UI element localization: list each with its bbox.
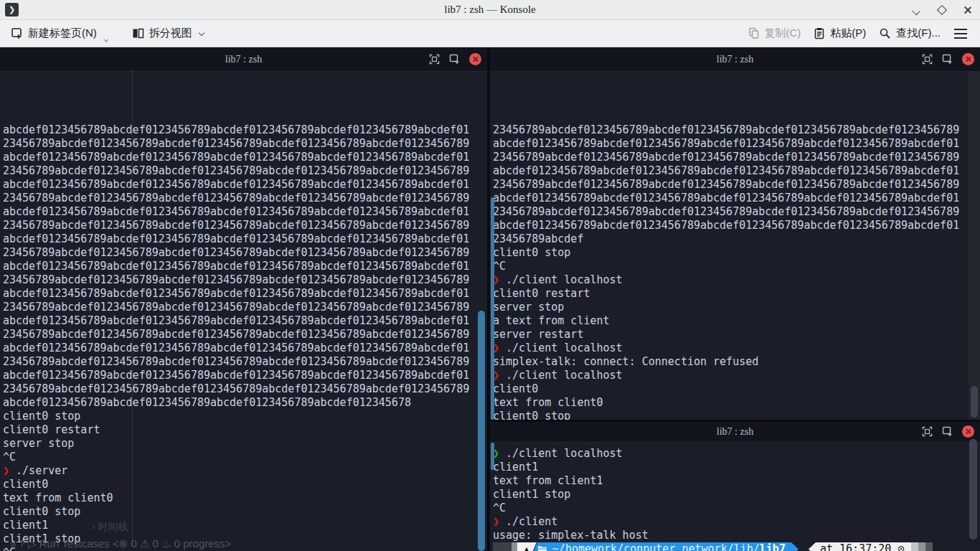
terminal-line: 23456789abcdef0123456789abcdef0123456789…: [493, 178, 980, 192]
terminal-line: 23456789abcdef0123456789abcdef0123456789…: [3, 246, 487, 260]
terminal-line: 23456789abcdef0123456789abcdef0123456789…: [493, 123, 980, 137]
prompt-arrow: ❯: [3, 464, 9, 478]
terminal-line: simplex-talk: connect: Connection refuse…: [493, 355, 980, 369]
terminal-line: client1: [3, 519, 487, 532]
terminal-line: client0 stop: [493, 246, 980, 260]
prompt-right-block: [911, 542, 918, 551]
close-pane-icon[interactable]: [962, 53, 974, 65]
close-icon[interactable]: [963, 5, 973, 15]
terminal-line: client0: [493, 382, 980, 396]
detach-tab-icon[interactable]: [449, 54, 460, 65]
terminal-line: usage: simplex-talk host: [493, 529, 980, 542]
terminal-line: abcdef0123456789abcdef0123456789abcdef01…: [3, 151, 487, 164]
new-tab-icon: [11, 27, 23, 39]
find-button[interactable]: 查找(F)...: [872, 22, 947, 44]
terminal-line: abcdef0123456789abcdef0123456789abcdef01…: [493, 164, 980, 178]
detach-tab-icon[interactable]: [942, 426, 953, 437]
terminal-line: client0 stop: [493, 410, 980, 420]
terminal-line: abcdef0123456789abcdef0123456789abcdef01…: [493, 192, 980, 205]
split-view-label: 拆分视图: [149, 27, 192, 40]
terminal-line: ❯ ./client localhost: [493, 369, 980, 382]
terminal-pane-left[interactable]: lib7 : zsh abcdef0123456789abcdef0123456…: [0, 47, 487, 551]
pane-title: lib7 : zsh: [490, 54, 980, 65]
focus-scrollbar-strip[interactable]: [491, 197, 494, 420]
expand-view-icon[interactable]: [429, 54, 440, 65]
new-tab-button[interactable]: 新建标签页(N): [4, 22, 116, 44]
prompt-time-segment: at 16:37:20 ⊙: [809, 542, 911, 551]
terminal-line: abcdef0123456789abcdef0123456789abcdef01…: [3, 314, 487, 328]
expand-view-icon[interactable]: [922, 54, 933, 65]
copy-icon: [748, 27, 760, 39]
terminal-line: client0 restart: [3, 423, 487, 437]
terminal-line: abcdef0123456789abcdef0123456789abcdef01…: [493, 219, 980, 232]
prompt-left-block: [493, 542, 512, 551]
window-titlebar[interactable]: ❯ lib7 : zsh — Konsole: [0, 0, 980, 20]
terminal-line: ❯ ./client localhost: [493, 447, 980, 461]
scrollbar-thumb[interactable]: [478, 311, 485, 551]
scrollbar-track[interactable]: [969, 72, 980, 420]
detach-tab-icon[interactable]: [942, 54, 953, 65]
terminal-line: client1: [493, 461, 980, 474]
terminal-line: ❯ ./client: [493, 515, 980, 529]
maximize-icon[interactable]: [937, 5, 947, 15]
pane-header: lib7 : zsh: [0, 47, 487, 72]
terminal-line: client1 stop: [493, 488, 980, 501]
terminal-line: abcdef0123456789abcdef0123456789abcdef01…: [3, 123, 487, 137]
terminal-line: 23456789abcdef0123456789abcdef0123456789…: [493, 205, 980, 219]
terminal-line: 23456789abcdef0123456789abcdef0123456789…: [3, 137, 487, 151]
terminal-line: 23456789abcdef0123456789abcdef0123456789…: [3, 301, 487, 314]
terminal-line: 23456789abcdef0123456789abcdef0123456789…: [3, 164, 487, 178]
prompt-right-block: [925, 542, 933, 551]
terminal-line: ^C: [493, 260, 980, 273]
terminal-line: abcdef0123456789abcdef0123456789abcdef01…: [3, 396, 487, 410]
focus-scrollbar-strip[interactable]: [491, 443, 494, 470]
prompt-right-block: [918, 542, 925, 551]
expand-view-icon[interactable]: [922, 426, 933, 437]
close-pane-icon[interactable]: [469, 53, 481, 65]
prompt-left-block: [512, 542, 517, 551]
os-arch-icon: ▲: [517, 542, 537, 551]
copy-button[interactable]: 复制(C): [742, 22, 808, 44]
minimize-icon[interactable]: [911, 5, 921, 15]
search-icon: [879, 27, 891, 39]
terminal-line: abcdef0123456789abcdef0123456789abcdef01…: [3, 369, 487, 382]
terminal-line: client0 stop: [3, 505, 487, 519]
terminal-line: text from client0: [3, 491, 487, 505]
terminal-line: server stop: [3, 437, 487, 451]
terminal-line: ❯ ./client localhost: [493, 342, 980, 355]
pane-header: lib7 : zsh: [490, 47, 980, 72]
terminal-line: text from client0: [493, 396, 980, 410]
terminal-line: ^C: [3, 546, 487, 551]
find-label: 查找(F)...: [896, 27, 941, 40]
scrollbar-thumb[interactable]: [969, 439, 977, 540]
terminal-line: 23456789abcdef0123456789abcdef0123456789…: [493, 151, 980, 164]
terminal-line: 23456789abcdef0123456789abcdef0123456789…: [3, 382, 487, 396]
copy-label: 复制(C): [765, 27, 801, 40]
terminal-line: abcdef0123456789abcdef0123456789abcdef01…: [3, 342, 487, 355]
terminal-line: ❯ ./client localhost: [493, 273, 980, 287]
terminal-line: text from client1: [493, 474, 980, 488]
terminal-line: abcdef0123456789abcdef0123456789abcdef01…: [3, 232, 487, 246]
prompt-arrow: ❯: [493, 515, 499, 529]
close-pane-icon[interactable]: [962, 425, 974, 438]
terminal-line: ^C: [493, 501, 980, 515]
split-view-button[interactable]: 拆分视图: [126, 22, 211, 44]
toolbar: 新建标签页(N) 拆分视图 复制(C) 粘贴(P) 查找(F)...: [0, 20, 980, 47]
powerline-prompt: ▲~/homework/conputer_network/lib/lib7at …: [493, 542, 980, 551]
terminal-line: 23456789abcdef0123456789abcdef0123456789…: [3, 355, 487, 369]
paste-label: 粘贴(P): [830, 27, 866, 40]
split-view-icon: [132, 27, 144, 39]
terminal-line: client0 restart: [493, 287, 980, 301]
scrollbar-thumb[interactable]: [971, 386, 978, 418]
paste-icon: [814, 27, 825, 39]
window-title: lib7 : zsh — Konsole: [0, 4, 980, 16]
terminal-line: client0: [3, 478, 487, 491]
chevron-down-icon: [104, 38, 108, 42]
paste-button[interactable]: 粘贴(P): [807, 22, 872, 44]
terminal-line: server stop: [493, 301, 980, 314]
terminal-pane-right-top[interactable]: lib7 : zsh 23456789abcdef0123456789abcde…: [490, 47, 980, 420]
terminal-pane-right-bottom[interactable]: lib7 : zsh ❯ ./client localhostclient1te…: [490, 422, 980, 551]
hamburger-menu-icon[interactable]: [954, 29, 967, 39]
terminal-line: ^C: [3, 451, 487, 464]
chevron-down-icon: [199, 31, 204, 37]
